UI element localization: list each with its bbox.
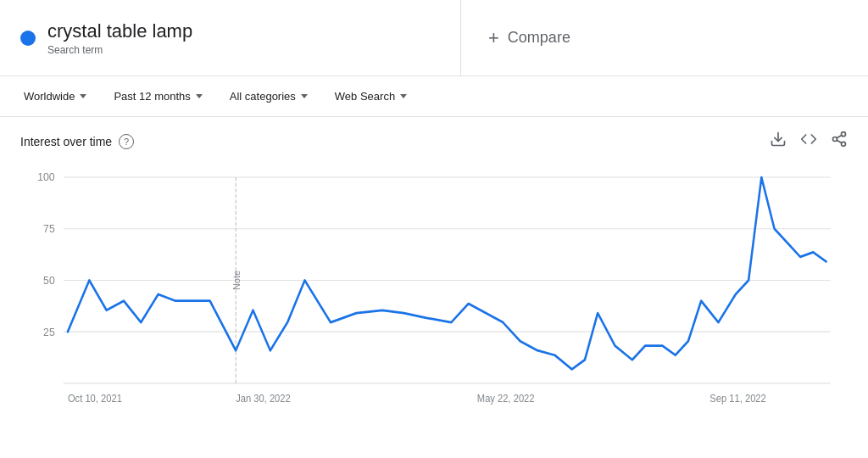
category-filter-button[interactable]: All categories	[220, 85, 318, 108]
chart-header: Interest over time ?	[20, 131, 848, 152]
region-chevron-icon	[80, 94, 86, 98]
trend-chart-svg: 100 75 50 25 Note Oct 10, 2021 Jan 30, 2…	[20, 159, 848, 430]
chart-actions	[770, 131, 848, 152]
share-icon[interactable]	[831, 131, 848, 152]
time-chevron-icon	[196, 94, 203, 98]
svg-line-5	[837, 135, 842, 137]
search-term-dot	[20, 31, 36, 46]
type-chevron-icon	[400, 94, 407, 98]
download-icon[interactable]	[770, 131, 787, 152]
time-filter-button[interactable]: Past 12 months	[103, 85, 212, 108]
compare-label: Compare	[508, 29, 570, 47]
compare-plus-icon: +	[488, 27, 499, 49]
type-filter-label: Web Search	[335, 90, 395, 103]
search-term-text: crystal table lamp Search term	[47, 20, 192, 56]
time-filter-label: Past 12 months	[114, 90, 190, 103]
embed-icon[interactable]	[800, 131, 817, 152]
type-filter-button[interactable]: Web Search	[325, 85, 417, 108]
trend-line	[68, 177, 826, 369]
region-filter-label: Worldwide	[24, 90, 75, 103]
chart-section: Interest over time ? 100 75	[0, 117, 868, 437]
svg-text:75: 75	[43, 222, 55, 236]
help-icon[interactable]: ?	[119, 134, 134, 149]
search-term-label: Search term	[47, 44, 192, 56]
svg-text:May 22, 2022: May 22, 2022	[477, 392, 535, 404]
svg-text:Sep 11, 2022: Sep 11, 2022	[709, 392, 765, 404]
category-filter-label: All categories	[230, 90, 296, 103]
svg-text:25: 25	[43, 325, 55, 338]
compare-box[interactable]: + Compare	[461, 0, 868, 75]
trend-chart-container: 100 75 50 25 Note Oct 10, 2021 Jan 30, 2…	[20, 159, 848, 430]
svg-text:100: 100	[37, 170, 54, 184]
header: crystal table lamp Search term + Compare	[0, 0, 868, 76]
svg-text:Note: Note	[232, 271, 242, 290]
filter-bar: Worldwide Past 12 months All categories …	[0, 76, 868, 117]
search-term-value: crystal table lamp	[47, 20, 192, 42]
svg-text:50: 50	[43, 273, 55, 287]
svg-text:Jan 30, 2022: Jan 30, 2022	[236, 392, 291, 404]
chart-title: Interest over time	[20, 135, 112, 148]
svg-text:Oct 10, 2021: Oct 10, 2021	[68, 392, 122, 404]
svg-line-4	[837, 140, 842, 142]
category-chevron-icon	[301, 94, 308, 98]
chart-title-row: Interest over time ?	[20, 134, 134, 149]
search-term-box: crystal table lamp Search term	[0, 0, 461, 75]
region-filter-button[interactable]: Worldwide	[14, 85, 97, 108]
